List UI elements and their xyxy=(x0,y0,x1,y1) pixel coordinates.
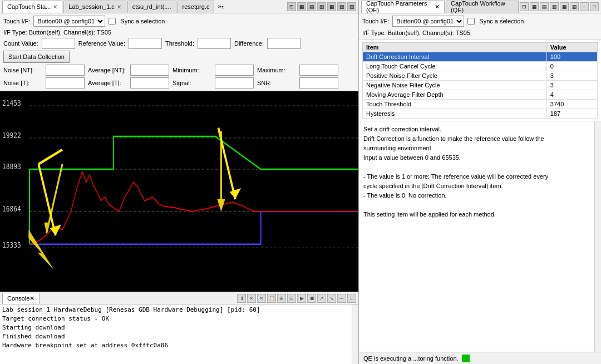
param-item-cell: Drift Correction Interval xyxy=(363,52,547,62)
param-value-cell: 4 xyxy=(546,90,597,100)
console-line: Target connection status - OK xyxy=(2,314,356,323)
console-scrollbar[interactable] xyxy=(352,304,358,364)
console-icon-10[interactable]: ↘ xyxy=(327,294,336,303)
noise-nt-field[interactable] xyxy=(46,65,85,76)
noise-nt-label: Noise [NT]: xyxy=(3,67,42,73)
toolbar-icon-5[interactable]: ▦ xyxy=(327,2,336,11)
close-icon[interactable]: ✕ xyxy=(435,3,440,11)
count-label: Count Value: xyxy=(3,40,38,47)
console-icon-4[interactable]: 📋 xyxy=(267,294,276,303)
right-icon-6[interactable]: ▧ xyxy=(570,2,579,11)
average-nt-field[interactable] xyxy=(130,65,169,76)
desc-scrollbar[interactable] xyxy=(594,121,601,352)
right-icon-5[interactable]: ▦ xyxy=(560,2,569,11)
toolbar-icon-3[interactable]: ▤ xyxy=(307,2,316,11)
minimum-field[interactable] xyxy=(215,65,254,76)
console-icon-9[interactable]: ↗ xyxy=(317,294,326,303)
count-value[interactable]: 15353 xyxy=(42,38,75,49)
console-tab-bar: Console ✕ ⏸ ✕ ✕ 📋 ⊞ ⊡ ▶ ⏹ ↗ ↘ ─ □ xyxy=(0,292,358,304)
right-icon-3[interactable]: ▤ xyxy=(540,2,549,11)
chart-area: 21453 19922 18893 16864 15335 xyxy=(0,91,358,292)
tab-ctsu[interactable]: ctsu_rd_int(.... xyxy=(127,1,176,13)
left-toolbar-icons: ⊡ ▦ ▤ ▥ ▦ ▧ ▨ xyxy=(287,2,356,11)
svg-text:21453: 21453 xyxy=(2,99,21,108)
console-icon-7[interactable]: ▶ xyxy=(297,294,306,303)
table-row[interactable]: Drift Correction Interval100 xyxy=(363,52,598,62)
desc-line: Drift Correction is a function to make t… xyxy=(363,134,597,144)
console-session-line: Lab_session_1 HardwareDebug [Renesas GDB… xyxy=(2,306,356,314)
param-value-cell: 3 xyxy=(546,81,597,90)
console-tab[interactable]: Console ✕ xyxy=(2,293,40,304)
sync-checkbox[interactable] xyxy=(109,18,116,25)
tab-captouch-sta[interactable]: CapTouch Sta... ✕ xyxy=(2,1,62,13)
toolbar-icon-4[interactable]: ▥ xyxy=(317,2,326,11)
close-icon[interactable]: ✕ xyxy=(29,295,35,302)
table-row[interactable]: Long Touch Cancel Cycle0 xyxy=(363,62,598,71)
maximum-field[interactable] xyxy=(299,65,338,76)
tab-lab-session[interactable]: Lab_session_1.c ✕ xyxy=(63,1,126,13)
tab-captouch-params[interactable]: CapTouch Parameters (QE) ✕ xyxy=(361,1,445,13)
close-icon[interactable]: ✕ xyxy=(117,4,121,10)
toolbar-icon-7[interactable]: ▨ xyxy=(347,2,356,11)
param-item-cell: Long Touch Cancel Cycle xyxy=(363,62,547,71)
left-panel: CapTouch Sta... ✕ Lab_session_1.c ✕ ctsu… xyxy=(0,0,359,364)
tab-label: CapTouch Sta... xyxy=(7,3,51,10)
console-tab-label: Console xyxy=(7,295,29,302)
touch-if-select-r[interactable]: Button00 @ config01 xyxy=(392,16,464,27)
col-value-header: Value xyxy=(546,43,597,52)
toolbar-icon-6[interactable]: ▧ xyxy=(337,2,346,11)
ref-value[interactable]: 17508 xyxy=(129,38,162,49)
table-row[interactable]: Moving Average Filter Depth4 xyxy=(363,90,598,100)
right-panel: CapTouch Parameters (QE) ✕ CapTouch Work… xyxy=(359,0,601,364)
table-row[interactable]: Negative Noise Filter Cycle3 xyxy=(363,81,598,90)
console-icon-8[interactable]: ⏹ xyxy=(307,294,316,303)
average-t-field[interactable] xyxy=(130,77,169,88)
table-row[interactable]: Touch Threshold3740 xyxy=(363,100,598,109)
right-icon-4[interactable]: ▥ xyxy=(550,2,559,11)
right-icon-2[interactable]: ▦ xyxy=(530,2,539,11)
snr-label: SNR: xyxy=(257,80,296,86)
tab-resetprg[interactable]: resetprg.c xyxy=(178,1,215,13)
touch-if-select[interactable]: Button00 @ config01 xyxy=(33,16,105,27)
sync-label: Sync a selection xyxy=(120,18,165,24)
params-table: Item Value Drift Correction Interval100L… xyxy=(362,42,598,119)
param-value-cell: 187 xyxy=(546,109,597,119)
console-icon-5[interactable]: ⊞ xyxy=(277,294,286,303)
toolbar-icon-1[interactable]: ⊡ xyxy=(287,2,296,11)
console-icon-6[interactable]: ⊡ xyxy=(287,294,296,303)
console-icon-2[interactable]: ✕ xyxy=(247,294,256,303)
toolbar-icon-2[interactable]: ▦ xyxy=(297,2,306,11)
start-data-collection-button[interactable]: Start Data Collection xyxy=(3,51,70,63)
sync-label-r: Sync a selection xyxy=(479,18,524,24)
desc-line: - The value is 1 or more: The reference … xyxy=(363,172,597,181)
status-indicator xyxy=(462,355,470,362)
minimize-icon[interactable]: ─ xyxy=(580,2,589,11)
desc-line: cycle specified in the [Drift Correction… xyxy=(363,181,597,191)
difference-value[interactable]: -2155 xyxy=(267,38,300,49)
table-row[interactable]: Positive Noise Filter Cycle3 xyxy=(363,71,598,81)
sync-checkbox-r[interactable] xyxy=(467,18,475,25)
right-icon-1[interactable]: ⊡ xyxy=(520,2,529,11)
signal-field[interactable] xyxy=(215,77,254,88)
console-icon-1[interactable]: ⏸ xyxy=(237,294,246,303)
svg-rect-0 xyxy=(0,91,358,292)
tab-label: CapTouch Workflow (QE) xyxy=(451,0,514,13)
tab-captouch-workflow[interactable]: CapTouch Workflow (QE) xyxy=(446,1,519,13)
tab-overflow[interactable]: »₂ xyxy=(215,3,225,10)
left-controls: Touch I/F: Button00 @ config01 Sync a se… xyxy=(0,13,358,91)
snr-field[interactable] xyxy=(299,77,338,88)
console-line: Hardware breakpoint set at address 0xfff… xyxy=(2,341,356,350)
close-icon[interactable]: ✕ xyxy=(53,4,57,10)
description-text: Set a drift correction interval.Drift Co… xyxy=(363,125,597,219)
console-line: Finished download xyxy=(2,332,356,341)
minimize-icon[interactable]: ─ xyxy=(337,294,346,303)
maximize-icon[interactable]: □ xyxy=(347,294,356,303)
threshold-value[interactable]: 3740 xyxy=(198,38,231,49)
status-bar: QE is executing a ...toring function. xyxy=(359,352,601,364)
maximize-icon[interactable]: □ xyxy=(590,2,599,11)
console-icon-3[interactable]: ✕ xyxy=(257,294,266,303)
console-panel: Console ✕ ⏸ ✕ ✕ 📋 ⊞ ⊡ ▶ ⏹ ↗ ↘ ─ □ xyxy=(0,292,358,364)
table-row[interactable]: Hysteresis187 xyxy=(363,109,598,119)
noise-t-field[interactable] xyxy=(46,77,85,88)
tab-label: resetprg.c xyxy=(183,3,210,10)
